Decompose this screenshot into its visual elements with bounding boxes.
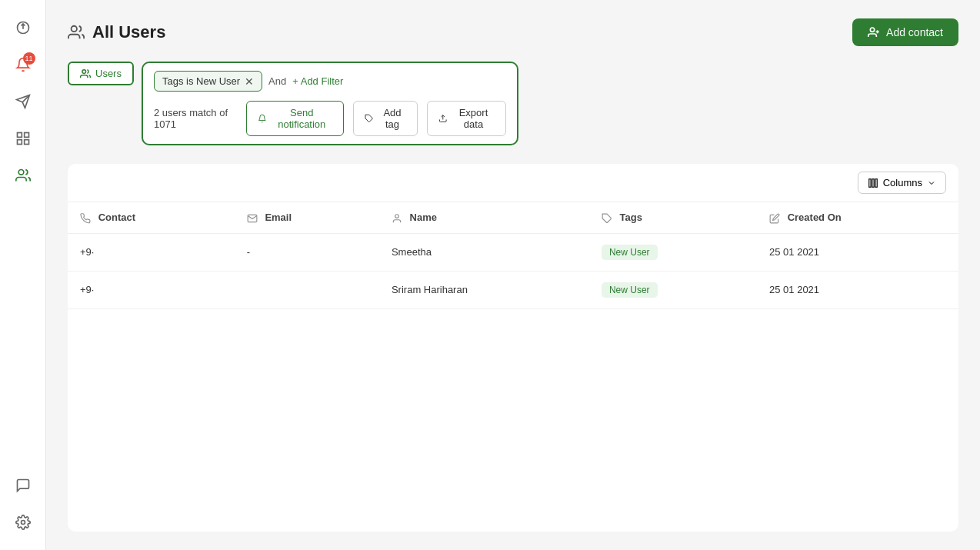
users-match-row: 2 users match of 1071 Send notification … (154, 101, 506, 136)
page-header: All Users Add contact (68, 18, 958, 46)
table-header-row: Contact Email Name (68, 202, 958, 233)
svg-rect-3 (17, 133, 22, 138)
table-row: +9· Sriram Hariharan New User 25 01 2021 (68, 271, 958, 308)
row-1-name: Smeetha (379, 233, 589, 271)
page-title: All Users (92, 22, 165, 42)
svg-point-13 (82, 69, 86, 73)
match-count-text: 2 users match of 1071 (154, 107, 237, 130)
users-filter-tab[interactable]: Users (68, 62, 134, 85)
send-notification-icon (258, 113, 267, 124)
users-table-container: Columns Contact (68, 164, 958, 532)
chevron-down-icon (927, 178, 936, 188)
tag-badge: New User (602, 282, 658, 298)
users-table-body: +9· - Smeetha New User 25 01 2021 +9· Sr… (68, 233, 958, 308)
email-icon (247, 213, 258, 224)
email-header-label: Email (265, 212, 292, 223)
svg-point-9 (72, 26, 77, 32)
row-1-tags: New User (589, 233, 757, 271)
row-1-contact: +9· (68, 233, 235, 271)
add-contact-label: Add contact (886, 26, 943, 38)
tag-badge: New User (602, 245, 658, 260)
users-tab-icon (80, 68, 91, 79)
svg-rect-17 (872, 178, 874, 187)
row-1-email: - (235, 233, 379, 271)
created-on-header: Created On (757, 202, 958, 233)
name-header-label: Name (410, 212, 437, 223)
filter-chip: Tags is New User ✕ (154, 71, 262, 92)
send-notification-label: Send notification (271, 107, 332, 130)
page-title-area: All Users (68, 22, 165, 42)
svg-rect-5 (17, 140, 22, 145)
person-icon (392, 213, 402, 224)
row-2-created-on: 25 01 2021 (757, 271, 958, 308)
add-tag-icon (365, 113, 374, 124)
svg-point-8 (21, 521, 25, 525)
export-data-label: Export data (452, 107, 495, 130)
sidebar: 11 (0, 0, 46, 550)
svg-point-7 (18, 170, 24, 175)
back-icon[interactable] (8, 12, 38, 43)
action-highlight-area: Tags is New User ✕ And + Add Filter 2 us… (142, 62, 518, 145)
chat-icon[interactable] (8, 470, 38, 501)
row-2-email (235, 271, 379, 308)
main-content: All Users Add contact Users Tags is New (46, 0, 980, 550)
table-toolbar: Columns (68, 164, 958, 202)
filter-chip-close[interactable]: ✕ (245, 76, 254, 87)
tags-header: Tags (589, 202, 757, 233)
email-header: Email (235, 202, 379, 233)
add-tag-button[interactable]: Add tag (353, 101, 418, 136)
users-table: Contact Email Name (68, 202, 958, 309)
row-1-created-on: 25 01 2021 (757, 233, 958, 271)
columns-button[interactable]: Columns (858, 172, 946, 194)
filter-chip-label: Tags is New User (162, 75, 240, 87)
svg-point-10 (870, 28, 874, 32)
settings-icon[interactable] (8, 507, 38, 538)
add-contact-icon (868, 26, 880, 38)
tags-header-label: Tags (620, 212, 642, 223)
send-notification-button[interactable]: Send notification (246, 101, 344, 136)
send-icon[interactable] (8, 86, 38, 117)
notification-badge: 11 (23, 52, 35, 65)
created-on-header-label: Created On (788, 212, 842, 223)
add-filter-button[interactable]: + Add Filter (292, 75, 343, 87)
table-row: +9· - Smeetha New User 25 01 2021 (68, 233, 958, 271)
svg-rect-4 (24, 133, 28, 138)
filter-row: Tags is New User ✕ And + Add Filter (154, 71, 506, 92)
row-2-tags: New User (589, 271, 757, 308)
contact-header-label: Contact (98, 212, 135, 223)
svg-rect-16 (868, 178, 870, 187)
export-data-button[interactable]: Export data (427, 101, 506, 136)
svg-rect-6 (24, 140, 28, 145)
svg-point-19 (395, 214, 399, 218)
grid-icon[interactable] (8, 123, 38, 154)
notification-icon[interactable]: 11 (8, 49, 38, 80)
columns-label: Columns (883, 177, 922, 188)
columns-icon (868, 178, 878, 188)
name-header: Name (379, 202, 589, 233)
add-tag-label: Add tag (378, 107, 407, 130)
phone-icon (80, 213, 91, 224)
row-2-contact: +9· (68, 271, 235, 308)
export-data-icon (438, 113, 448, 124)
contacts-icon[interactable] (8, 160, 38, 191)
row-2-name: Sriram Hariharan (379, 271, 589, 308)
contact-header: Contact (68, 202, 235, 233)
tag-icon (602, 213, 612, 224)
add-contact-button[interactable]: Add contact (852, 18, 958, 46)
edit-icon (769, 213, 780, 224)
and-label: And (268, 75, 286, 87)
users-tab-label: Users (95, 68, 122, 79)
svg-rect-18 (875, 178, 877, 187)
all-users-icon (68, 24, 85, 41)
